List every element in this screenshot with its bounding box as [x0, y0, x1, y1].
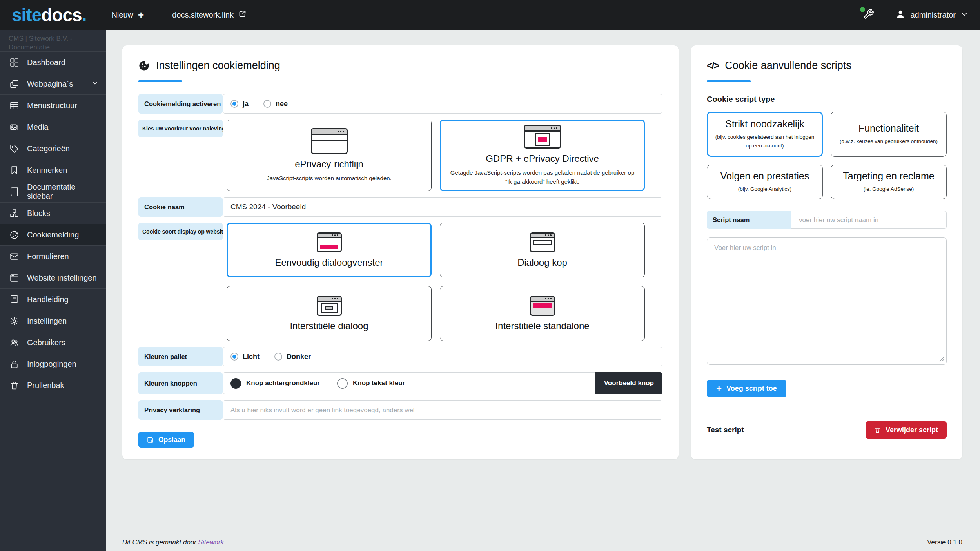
- sidebar-item-dashboard[interactable]: Dashboard: [0, 51, 106, 73]
- sidebar-item-menustructuur[interactable]: Menustructuur: [0, 94, 106, 116]
- radio-ja-label: ja: [243, 100, 249, 108]
- sidebar-item-label: Website instellingen: [27, 274, 97, 283]
- sitedocs-logo[interactable]: sitedocs.: [12, 6, 86, 24]
- browser-window-dialog-icon: [524, 125, 561, 149]
- type-card-targeting-en-reclame[interactable]: Targeting en reclame (ie. Google AdSense…: [831, 165, 947, 199]
- site-link[interactable]: docs.sitework.link: [172, 10, 247, 20]
- sidebar-item-label: Blocks: [27, 209, 50, 218]
- interstitial-dialog-icon: [317, 296, 342, 316]
- sidebar-item-instellingen[interactable]: Instellingen: [0, 310, 106, 332]
- sidebar-item-website-instellingen[interactable]: Website instellingen: [0, 267, 106, 288]
- nieuw-menu[interactable]: Nieuw +: [111, 10, 144, 20]
- user-menu[interactable]: administrator: [895, 9, 968, 21]
- type-title: Strikt noodzakelijk: [725, 118, 804, 130]
- sidebar-item-webpaginas[interactable]: Webpagina`s: [0, 73, 106, 94]
- type-title: Functionaliteit: [858, 123, 919, 134]
- radio-nee[interactable]: [263, 100, 271, 108]
- panel-title: Cookie aanvullende scripts: [725, 60, 851, 72]
- cookie-settings-panel: Instellingen cookiemelding Cookiemelding…: [122, 45, 679, 459]
- radio-licht-label: Licht: [243, 353, 260, 361]
- radio-ja[interactable]: [230, 100, 238, 108]
- sidebar-item-categorieen[interactable]: Categorieën: [0, 138, 106, 159]
- compliance-label: Kies uw voorkeur voor naleving: [138, 120, 223, 137]
- dialog-header-bar-icon: [530, 232, 555, 252]
- save-icon: [147, 437, 154, 443]
- cookie-icon: [9, 230, 19, 240]
- button-text-color-swatch[interactable]: [337, 378, 348, 389]
- type-subtitle: (d.w.z. keuzes van gebruikers onthouden): [840, 137, 938, 146]
- footer: Dit CMS is gemaakt door Sitework Versie …: [122, 538, 962, 546]
- script-body-textarea[interactable]: [707, 237, 947, 365]
- script-name-input[interactable]: [799, 216, 939, 224]
- version-text: Versie 0.1.0: [927, 538, 962, 546]
- sidebar-item-documentatie-sidebar[interactable]: Documentatie sidebar: [0, 181, 106, 202]
- privacy-input[interactable]: [230, 406, 655, 414]
- sidebar-item-kenmerken[interactable]: Kenmerken: [0, 159, 106, 181]
- compliance-card-gdpr[interactable]: GDPR + ePrivacy Directive Getagde JavaSc…: [440, 120, 645, 191]
- add-script-button[interactable]: + Voeg script toe: [707, 380, 786, 397]
- logo-part-site: site: [12, 5, 41, 25]
- code-icon: </>: [707, 60, 719, 71]
- card-title: ePrivacy-richtlijn: [295, 159, 363, 170]
- delete-script-button[interactable]: Verwijder script: [866, 421, 947, 439]
- sidebar-item-label: Dashboard: [27, 58, 65, 67]
- sidebar-item-gebruikers[interactable]: Gebruikers: [0, 332, 106, 353]
- sidebar-item-inlogpogingen[interactable]: Inlogpogingen: [0, 353, 106, 375]
- type-subtitle: (bijv. cookies gerelateerd aan het inlog…: [713, 133, 817, 150]
- script-type-label: Cookie script type: [707, 95, 947, 104]
- radio-nee-label: nee: [276, 100, 288, 108]
- button-bg-color-swatch[interactable]: [230, 378, 241, 389]
- nieuw-label: Nieuw: [111, 11, 133, 20]
- display-card-interstitiele-dialoog[interactable]: Interstitiële dialoog: [227, 286, 432, 341]
- type-card-strikt-noodzakelijk[interactable]: Strikt noodzakelijk (bijv. cookies gerel…: [707, 112, 823, 157]
- accent-underline: [138, 80, 182, 82]
- sidebar-item-cookiemelding[interactable]: Cookiemelding: [0, 224, 106, 245]
- type-card-volgen-en-prestaties[interactable]: Volgen en prestaties (bijv. Google Analy…: [707, 165, 823, 199]
- type-card-functionaliteit[interactable]: Functionaliteit (d.w.z. keuzes van gebru…: [831, 112, 947, 157]
- media-icon: [9, 122, 19, 132]
- palette-control: Licht Donker: [223, 347, 662, 366]
- site-link-label: docs.sitework.link: [172, 11, 234, 20]
- preview-button[interactable]: Voorbeeld knop: [595, 372, 662, 394]
- activate-control: ja nee: [223, 94, 662, 114]
- card-title: Interstitiële standalone: [495, 321, 589, 332]
- card-title: Eenvoudig dialoogvenster: [275, 257, 383, 268]
- radio-donker-label: Donker: [287, 353, 311, 361]
- sitework-link[interactable]: Sitework: [198, 538, 224, 546]
- trash-icon: [9, 381, 19, 390]
- user-icon: [895, 9, 906, 21]
- save-button[interactable]: Opslaan: [138, 432, 194, 448]
- add-script-label: Voeg script toe: [726, 384, 777, 393]
- credit-text: Dit CMS is gemaakt door Sitework: [122, 538, 224, 546]
- button-text-color-label: Knop tekst kleur: [353, 379, 405, 387]
- type-subtitle: (bijv. Google Analytics): [738, 185, 791, 194]
- sidebar-item-media[interactable]: Media: [0, 116, 106, 138]
- content-area: Instellingen cookiemelding Cookiemelding…: [106, 30, 980, 551]
- sidebar-item-prullenbak[interactable]: Prullenbak: [0, 375, 106, 396]
- type-title: Targeting en reclame: [843, 170, 934, 182]
- envelope-icon: [9, 252, 19, 261]
- display-card-eenvoudig[interactable]: Eenvoudig dialoogvenster: [227, 223, 432, 277]
- sidebar-item-formulieren[interactable]: Formulieren: [0, 245, 106, 267]
- radio-donker[interactable]: [274, 353, 282, 361]
- browser-window-icon: [311, 128, 348, 154]
- cookie-name-input[interactable]: [230, 203, 655, 211]
- type-title: Volgen en prestaties: [720, 170, 809, 182]
- sidebar-item-blocks[interactable]: Blocks: [0, 202, 106, 224]
- display-card-dialoog-kop[interactable]: Dialoog kop: [440, 223, 645, 277]
- button-colors-label: Kleuren knoppen: [138, 372, 223, 394]
- test-script-label: Test script: [707, 426, 744, 434]
- resize-handle[interactable]: [939, 356, 945, 364]
- sidebar-item-label: Documentatie sidebar: [27, 183, 99, 201]
- compliance-card-eprivacy[interactable]: ePrivacy-richtlijn JavaScript-scripts wo…: [227, 120, 432, 191]
- display-card-interstitiele-standalone[interactable]: Interstitiële standalone: [440, 286, 645, 341]
- sidebar-item-handleiding[interactable]: Handleiding: [0, 288, 106, 310]
- activate-label: Cookiemelding activeren: [138, 94, 223, 114]
- radio-licht[interactable]: [230, 353, 238, 361]
- tools-button[interactable]: [863, 9, 874, 21]
- save-button-label: Opslaan: [158, 436, 185, 444]
- plus-icon: +: [138, 10, 144, 20]
- dialog-bottom-bar-icon: [317, 232, 342, 252]
- dashboard-icon: [9, 58, 19, 67]
- credit-prefix: Dit CMS is gemaakt door: [122, 538, 196, 546]
